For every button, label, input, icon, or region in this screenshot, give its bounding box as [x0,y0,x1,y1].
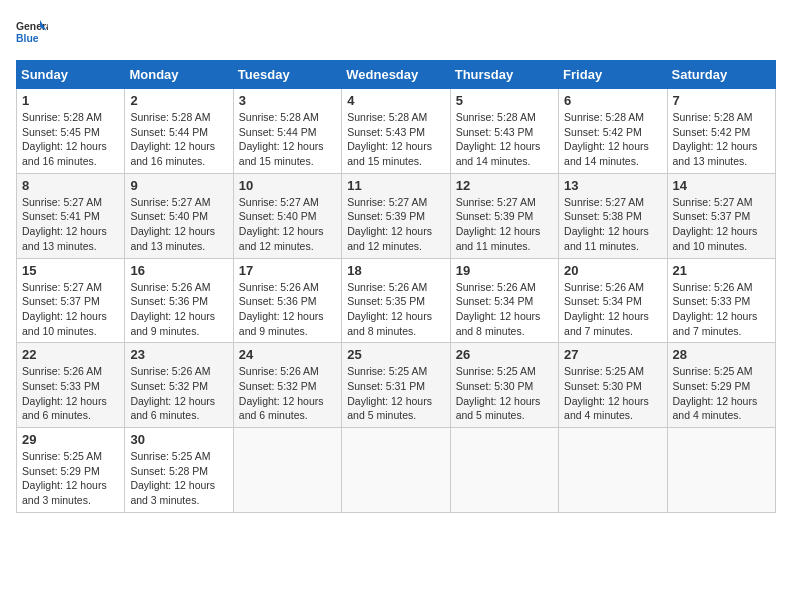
calendar-week-row: 29Sunrise: 5:25 AMSunset: 5:29 PMDayligh… [17,428,776,513]
calendar-cell: 4Sunrise: 5:28 AMSunset: 5:43 PMDaylight… [342,89,450,174]
day-detail: Sunrise: 5:26 AMSunset: 5:33 PMDaylight:… [673,280,770,339]
calendar-header-row: SundayMondayTuesdayWednesdayThursdayFrid… [17,61,776,89]
calendar-cell: 5Sunrise: 5:28 AMSunset: 5:43 PMDaylight… [450,89,558,174]
day-detail: Sunrise: 5:26 AMSunset: 5:34 PMDaylight:… [456,280,553,339]
day-number: 12 [456,178,553,193]
calendar-table: SundayMondayTuesdayWednesdayThursdayFrid… [16,60,776,513]
calendar-cell [450,428,558,513]
calendar-cell: 9Sunrise: 5:27 AMSunset: 5:40 PMDaylight… [125,173,233,258]
day-number: 1 [22,93,119,108]
calendar-cell: 23Sunrise: 5:26 AMSunset: 5:32 PMDayligh… [125,343,233,428]
day-detail: Sunrise: 5:27 AMSunset: 5:37 PMDaylight:… [22,280,119,339]
day-detail: Sunrise: 5:28 AMSunset: 5:42 PMDaylight:… [673,110,770,169]
day-number: 17 [239,263,336,278]
calendar-cell: 17Sunrise: 5:26 AMSunset: 5:36 PMDayligh… [233,258,341,343]
calendar-week-row: 22Sunrise: 5:26 AMSunset: 5:33 PMDayligh… [17,343,776,428]
day-detail: Sunrise: 5:28 AMSunset: 5:44 PMDaylight:… [130,110,227,169]
calendar-week-row: 8Sunrise: 5:27 AMSunset: 5:41 PMDaylight… [17,173,776,258]
calendar-cell: 20Sunrise: 5:26 AMSunset: 5:34 PMDayligh… [559,258,667,343]
day-number: 3 [239,93,336,108]
day-number: 22 [22,347,119,362]
col-header-monday: Monday [125,61,233,89]
calendar-cell: 8Sunrise: 5:27 AMSunset: 5:41 PMDaylight… [17,173,125,258]
day-detail: Sunrise: 5:26 AMSunset: 5:32 PMDaylight:… [239,364,336,423]
day-detail: Sunrise: 5:27 AMSunset: 5:37 PMDaylight:… [673,195,770,254]
day-detail: Sunrise: 5:26 AMSunset: 5:35 PMDaylight:… [347,280,444,339]
col-header-friday: Friday [559,61,667,89]
day-number: 29 [22,432,119,447]
day-detail: Sunrise: 5:28 AMSunset: 5:45 PMDaylight:… [22,110,119,169]
calendar-cell: 28Sunrise: 5:25 AMSunset: 5:29 PMDayligh… [667,343,775,428]
day-detail: Sunrise: 5:25 AMSunset: 5:29 PMDaylight:… [22,449,119,508]
page-header: General Blue [16,16,776,48]
calendar-cell: 1Sunrise: 5:28 AMSunset: 5:45 PMDaylight… [17,89,125,174]
day-number: 7 [673,93,770,108]
calendar-cell: 18Sunrise: 5:26 AMSunset: 5:35 PMDayligh… [342,258,450,343]
day-number: 5 [456,93,553,108]
day-detail: Sunrise: 5:27 AMSunset: 5:39 PMDaylight:… [347,195,444,254]
day-detail: Sunrise: 5:27 AMSunset: 5:40 PMDaylight:… [239,195,336,254]
col-header-sunday: Sunday [17,61,125,89]
day-detail: Sunrise: 5:26 AMSunset: 5:36 PMDaylight:… [130,280,227,339]
day-detail: Sunrise: 5:25 AMSunset: 5:30 PMDaylight:… [456,364,553,423]
calendar-cell: 3Sunrise: 5:28 AMSunset: 5:44 PMDaylight… [233,89,341,174]
day-detail: Sunrise: 5:28 AMSunset: 5:44 PMDaylight:… [239,110,336,169]
calendar-cell: 22Sunrise: 5:26 AMSunset: 5:33 PMDayligh… [17,343,125,428]
day-detail: Sunrise: 5:27 AMSunset: 5:40 PMDaylight:… [130,195,227,254]
day-detail: Sunrise: 5:25 AMSunset: 5:29 PMDaylight:… [673,364,770,423]
day-number: 23 [130,347,227,362]
day-number: 30 [130,432,227,447]
calendar-cell: 30Sunrise: 5:25 AMSunset: 5:28 PMDayligh… [125,428,233,513]
calendar-cell [667,428,775,513]
calendar-cell: 14Sunrise: 5:27 AMSunset: 5:37 PMDayligh… [667,173,775,258]
day-detail: Sunrise: 5:28 AMSunset: 5:43 PMDaylight:… [347,110,444,169]
day-number: 8 [22,178,119,193]
day-detail: Sunrise: 5:26 AMSunset: 5:36 PMDaylight:… [239,280,336,339]
calendar-cell [233,428,341,513]
day-number: 11 [347,178,444,193]
day-number: 27 [564,347,661,362]
day-number: 25 [347,347,444,362]
calendar-cell: 12Sunrise: 5:27 AMSunset: 5:39 PMDayligh… [450,173,558,258]
day-number: 16 [130,263,227,278]
calendar-cell: 2Sunrise: 5:28 AMSunset: 5:44 PMDaylight… [125,89,233,174]
day-number: 14 [673,178,770,193]
day-number: 4 [347,93,444,108]
logo-icon: General Blue [16,16,48,48]
day-detail: Sunrise: 5:27 AMSunset: 5:38 PMDaylight:… [564,195,661,254]
day-number: 13 [564,178,661,193]
calendar-cell: 24Sunrise: 5:26 AMSunset: 5:32 PMDayligh… [233,343,341,428]
day-detail: Sunrise: 5:27 AMSunset: 5:41 PMDaylight:… [22,195,119,254]
calendar-cell: 7Sunrise: 5:28 AMSunset: 5:42 PMDaylight… [667,89,775,174]
day-detail: Sunrise: 5:25 AMSunset: 5:28 PMDaylight:… [130,449,227,508]
day-number: 26 [456,347,553,362]
day-number: 6 [564,93,661,108]
day-number: 2 [130,93,227,108]
calendar-cell: 15Sunrise: 5:27 AMSunset: 5:37 PMDayligh… [17,258,125,343]
svg-text:Blue: Blue [16,33,39,44]
col-header-wednesday: Wednesday [342,61,450,89]
calendar-cell: 21Sunrise: 5:26 AMSunset: 5:33 PMDayligh… [667,258,775,343]
day-number: 19 [456,263,553,278]
day-number: 20 [564,263,661,278]
calendar-cell: 10Sunrise: 5:27 AMSunset: 5:40 PMDayligh… [233,173,341,258]
calendar-cell: 29Sunrise: 5:25 AMSunset: 5:29 PMDayligh… [17,428,125,513]
day-detail: Sunrise: 5:26 AMSunset: 5:33 PMDaylight:… [22,364,119,423]
col-header-saturday: Saturday [667,61,775,89]
calendar-cell: 16Sunrise: 5:26 AMSunset: 5:36 PMDayligh… [125,258,233,343]
col-header-tuesday: Tuesday [233,61,341,89]
day-detail: Sunrise: 5:27 AMSunset: 5:39 PMDaylight:… [456,195,553,254]
day-number: 15 [22,263,119,278]
calendar-week-row: 1Sunrise: 5:28 AMSunset: 5:45 PMDaylight… [17,89,776,174]
day-number: 24 [239,347,336,362]
calendar-cell: 6Sunrise: 5:28 AMSunset: 5:42 PMDaylight… [559,89,667,174]
day-number: 10 [239,178,336,193]
day-detail: Sunrise: 5:25 AMSunset: 5:30 PMDaylight:… [564,364,661,423]
calendar-cell: 26Sunrise: 5:25 AMSunset: 5:30 PMDayligh… [450,343,558,428]
day-detail: Sunrise: 5:28 AMSunset: 5:42 PMDaylight:… [564,110,661,169]
calendar-cell [342,428,450,513]
day-detail: Sunrise: 5:28 AMSunset: 5:43 PMDaylight:… [456,110,553,169]
day-number: 9 [130,178,227,193]
calendar-week-row: 15Sunrise: 5:27 AMSunset: 5:37 PMDayligh… [17,258,776,343]
day-number: 18 [347,263,444,278]
